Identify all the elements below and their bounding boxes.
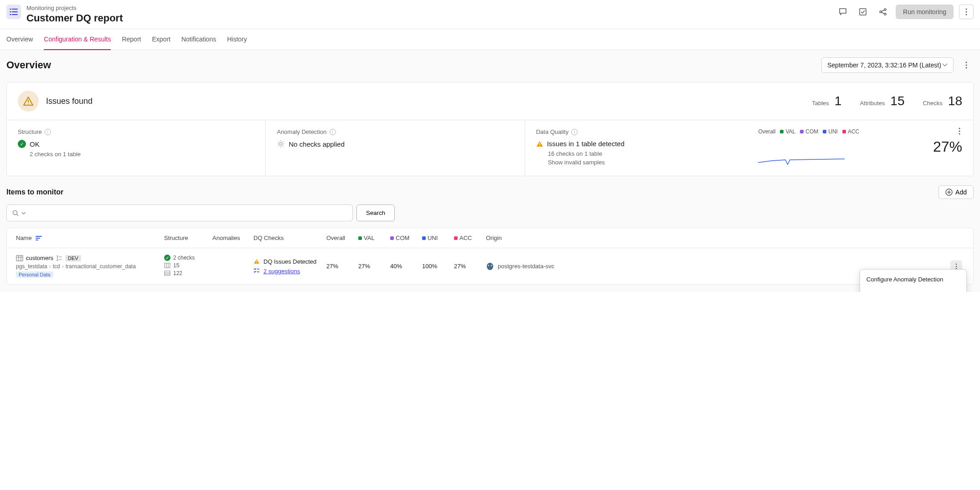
col-structure[interactable]: Structure bbox=[164, 235, 212, 241]
svg-point-9 bbox=[966, 67, 967, 69]
svg-rect-20 bbox=[16, 255, 23, 261]
dq-issue-text: DQ Issues Detected bbox=[263, 258, 316, 265]
svg-point-26 bbox=[488, 265, 489, 266]
stat-tables-label: Tables bbox=[812, 100, 829, 107]
dq-more-icon[interactable] bbox=[952, 124, 967, 138]
stat-attributes-value: 15 bbox=[890, 94, 904, 108]
anomaly-title: Anomaly Detection bbox=[277, 128, 326, 135]
comment-icon[interactable] bbox=[836, 5, 850, 19]
env-badge: DEV bbox=[65, 255, 81, 261]
issues-title: Issues found bbox=[46, 97, 93, 106]
cell-acc: 27% bbox=[454, 263, 486, 270]
dq-status: Issues in 1 table detected bbox=[547, 140, 624, 148]
suggestions-link[interactable]: 2 suggestions bbox=[263, 268, 300, 275]
col-overall[interactable]: Overall bbox=[326, 235, 358, 241]
tag-personal-data[interactable]: Personal Data bbox=[16, 271, 53, 278]
struct-attrs: 15 bbox=[173, 262, 179, 269]
path-2[interactable]: transactional_customer_data bbox=[66, 263, 136, 270]
svg-point-28 bbox=[956, 263, 957, 265]
row-name: customers bbox=[26, 255, 53, 261]
col-com[interactable]: COM bbox=[396, 235, 409, 241]
run-monitoring-button[interactable]: Run monitoring bbox=[896, 5, 954, 19]
info-icon[interactable]: i bbox=[571, 129, 578, 135]
cell-overall: 27% bbox=[326, 263, 358, 270]
col-anomalies[interactable]: Anomalies bbox=[212, 235, 253, 241]
tab-overview[interactable]: Overview bbox=[6, 29, 33, 50]
page-title: Customer DQ report bbox=[26, 12, 123, 24]
dq-show-samples-link[interactable]: Show invalid samples bbox=[548, 159, 740, 166]
col-uni[interactable]: UNI bbox=[428, 235, 438, 241]
stat-checks-value: 18 bbox=[948, 94, 962, 108]
cell-val: 27% bbox=[358, 263, 390, 270]
acc-swatch bbox=[842, 130, 846, 133]
info-icon[interactable]: i bbox=[45, 129, 51, 135]
col-name[interactable]: Name bbox=[16, 235, 32, 241]
tabs: Overview Configuration & Results Report … bbox=[0, 29, 980, 50]
dq-sub1: 16 checks on 1 table bbox=[548, 150, 740, 157]
sort-icon[interactable] bbox=[36, 235, 42, 241]
chevron-down-icon bbox=[942, 63, 948, 67]
task-check-icon[interactable] bbox=[856, 5, 870, 19]
table-header: Name Structure Anomalies DQ Checks Overa… bbox=[7, 228, 973, 248]
header-more-icon[interactable] bbox=[959, 5, 974, 19]
tab-config-results[interactable]: Configuration & Results bbox=[44, 29, 111, 50]
col-dq[interactable]: DQ Checks bbox=[253, 235, 326, 241]
search-button[interactable]: Search bbox=[356, 204, 395, 221]
add-button[interactable]: Add bbox=[939, 185, 974, 199]
warning-icon bbox=[18, 91, 39, 112]
chevron-down-icon bbox=[21, 212, 26, 214]
checklist-icon bbox=[253, 268, 260, 274]
postgres-icon bbox=[486, 262, 494, 271]
search-icon bbox=[12, 210, 19, 216]
tab-history[interactable]: History bbox=[227, 29, 247, 50]
svg-point-5 bbox=[966, 11, 967, 13]
share-icon[interactable] bbox=[876, 5, 890, 19]
gear-icon bbox=[277, 140, 285, 148]
plus-icon bbox=[945, 189, 953, 196]
overall-pct: 27% bbox=[758, 138, 962, 155]
struct-terms: 122 bbox=[173, 270, 182, 276]
struct-checks: 2 checks bbox=[173, 255, 195, 261]
col-acc[interactable]: ACC bbox=[459, 235, 472, 241]
overview-more-icon[interactable] bbox=[959, 58, 974, 72]
dq-column: Data Quality i Issues in 1 table detecte… bbox=[525, 120, 973, 176]
svg-point-24 bbox=[256, 262, 257, 263]
uni-swatch bbox=[823, 130, 826, 133]
table-row[interactable]: customers DEV pgs_testdata›tcd›transacti… bbox=[7, 248, 973, 284]
svg-point-4 bbox=[966, 9, 967, 10]
legend-val: VAL bbox=[785, 128, 795, 135]
val-swatch bbox=[780, 130, 784, 133]
tab-export[interactable]: Export bbox=[152, 29, 170, 50]
list-icon[interactable] bbox=[6, 5, 21, 19]
menu-configure-anomaly[interactable]: Configure Anomaly Detection bbox=[860, 271, 966, 287]
date-selector[interactable]: September 7, 2023, 3:32:16 PM (Latest) bbox=[821, 57, 954, 73]
svg-rect-22 bbox=[165, 271, 170, 276]
info-icon[interactable]: i bbox=[330, 129, 336, 135]
svg-point-29 bbox=[956, 265, 957, 267]
col-val[interactable]: VAL bbox=[364, 235, 375, 241]
structure-sub: 2 checks on 1 table bbox=[30, 151, 254, 158]
rename-icon[interactable] bbox=[56, 255, 62, 261]
stat-attributes-label: Attributes bbox=[860, 100, 885, 107]
svg-rect-21 bbox=[165, 263, 170, 268]
structure-column: Structure i ✓ OK 2 checks on 1 table bbox=[7, 120, 266, 176]
breadcrumb[interactable]: Monitoring projects bbox=[26, 5, 123, 11]
overall-label: Overall bbox=[758, 128, 775, 135]
search-input[interactable] bbox=[6, 204, 353, 221]
path-0[interactable]: pgs_testdata bbox=[16, 263, 47, 270]
anomaly-status: No checks applied bbox=[289, 140, 345, 148]
warning-icon bbox=[536, 141, 543, 147]
path-1[interactable]: tcd bbox=[53, 263, 60, 270]
svg-point-6 bbox=[966, 14, 967, 15]
rows-icon bbox=[164, 271, 170, 276]
svg-point-14 bbox=[539, 145, 540, 146]
col-origin[interactable]: Origin bbox=[486, 235, 950, 241]
check-icon: ✓ bbox=[164, 255, 170, 261]
tab-notifications[interactable]: Notifications bbox=[181, 29, 216, 50]
menu-create-dq-firewall[interactable]: Create DQ Firewall bbox=[860, 287, 966, 292]
svg-rect-0 bbox=[860, 9, 866, 15]
sparkline bbox=[758, 155, 845, 165]
svg-point-7 bbox=[966, 62, 967, 63]
tab-report[interactable]: Report bbox=[122, 29, 141, 50]
legend-com: COM bbox=[805, 128, 818, 135]
